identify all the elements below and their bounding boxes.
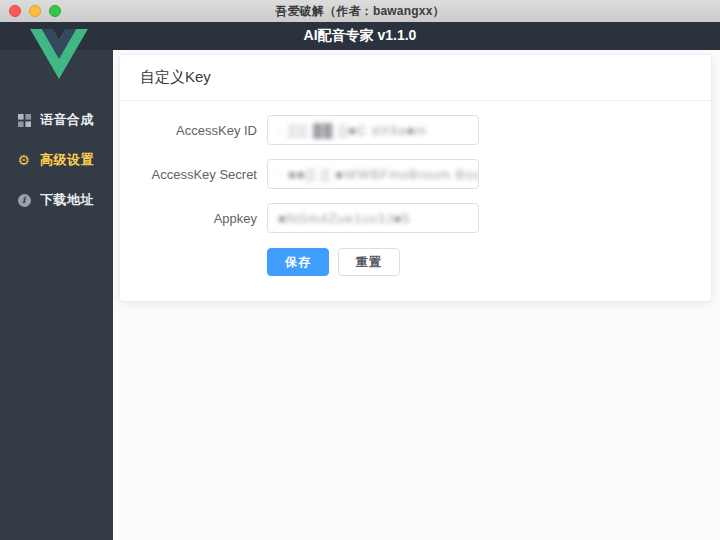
sidebar-item-label: 下载地址	[40, 191, 94, 209]
accesskey-secret-input[interactable]: · ■■▒ ▒ ■WWBFmoBioum BosH42	[267, 159, 479, 189]
grid-icon	[17, 113, 31, 127]
window-title: 吾爱破解（作者：bawangxx）	[275, 3, 444, 20]
card-header: 自定义Key	[120, 55, 711, 101]
vue-logo-icon	[30, 29, 88, 79]
app-title: AI配音专家 v1.1.0	[304, 27, 417, 45]
gear-icon: ⚙	[17, 153, 31, 167]
main-content: 自定义Key AccessKey ID · ▒▒ ██ ▒■C dX9a■m A…	[113, 50, 720, 540]
macos-titlebar: 吾爱破解（作者：bawangxx）	[0, 0, 720, 23]
sidebar-item-label: 高级设置	[40, 151, 94, 169]
custom-key-form: AccessKey ID · ▒▒ ██ ▒■C dX9a■m AccessKe…	[120, 101, 711, 276]
appkey-input[interactable]: ■NGm4Zue1uv3J■5	[267, 203, 479, 233]
appkey-value-redacted: ■NGm4Zue1uv3J■5	[278, 211, 411, 226]
close-button[interactable]	[9, 5, 21, 17]
sidebar-item-label: 语音合成	[40, 111, 94, 129]
accesskey-id-input[interactable]: · ▒▒ ██ ▒■C dX9a■m	[267, 115, 479, 145]
form-row-accesskey-secret: AccessKey Secret · ■■▒ ▒ ■WWBFmoBioum Bo…	[140, 160, 691, 188]
accesskey-secret-label: AccessKey Secret	[140, 167, 267, 182]
info-icon: i	[17, 193, 31, 207]
card-title: 自定义Key	[140, 68, 211, 87]
accesskey-id-label: AccessKey ID	[140, 123, 267, 138]
reset-button[interactable]: 重置	[338, 248, 400, 276]
form-actions: 保存 重置	[267, 248, 691, 276]
sidebar-item-voice-synthesis[interactable]: 语音合成	[0, 100, 113, 140]
form-row-accesskey-id: AccessKey ID · ▒▒ ██ ▒■C dX9a■m	[140, 116, 691, 144]
app-header: AI配音专家 v1.1.0	[0, 22, 720, 50]
sidebar-item-advanced-settings[interactable]: ⚙ 高级设置	[0, 140, 113, 180]
minimize-button[interactable]	[29, 5, 41, 17]
maximize-button[interactable]	[49, 5, 61, 17]
custom-key-card: 自定义Key AccessKey ID · ▒▒ ██ ▒■C dX9a■m A…	[119, 54, 712, 302]
sidebar-item-download-address[interactable]: i 下载地址	[0, 180, 113, 220]
accesskey-id-value-redacted: · ▒▒ ██ ▒■C dX9a■m	[278, 123, 427, 138]
sidebar-menu: 语音合成 ⚙ 高级设置 i 下载地址	[0, 100, 113, 220]
accesskey-secret-value-redacted: · ■■▒ ▒ ■WWBFmoBioum BosH42	[278, 167, 479, 182]
appkey-label: Appkey	[140, 211, 267, 226]
save-button[interactable]: 保存	[267, 248, 329, 276]
traffic-lights	[9, 5, 61, 17]
form-row-appkey: Appkey ■NGm4Zue1uv3J■5	[140, 204, 691, 232]
